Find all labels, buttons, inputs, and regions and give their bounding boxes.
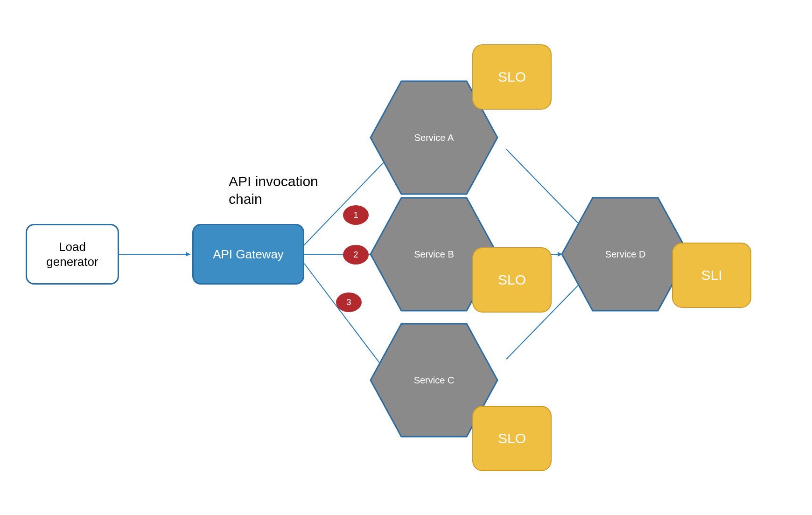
slo-badge-b: SLO <box>472 247 552 313</box>
api-gateway: API Gateway <box>192 224 304 285</box>
chain-number-3: 3 <box>336 292 362 312</box>
chain-number-1: 1 <box>343 205 369 225</box>
diagram-title-line2: chain <box>229 190 350 208</box>
slo-badge-c: SLO <box>472 406 552 471</box>
svg-marker-3 <box>562 198 689 311</box>
load-generator: Load generator <box>26 224 119 285</box>
sli-badge-d: SLI <box>672 243 751 308</box>
chain-number-2: 2 <box>343 245 369 264</box>
slo-badge-a: SLO <box>472 44 552 110</box>
service-d: Service D <box>560 196 691 313</box>
diagram-title: API invocation chain <box>229 173 350 208</box>
diagram-title-line1: API invocation <box>229 173 350 190</box>
